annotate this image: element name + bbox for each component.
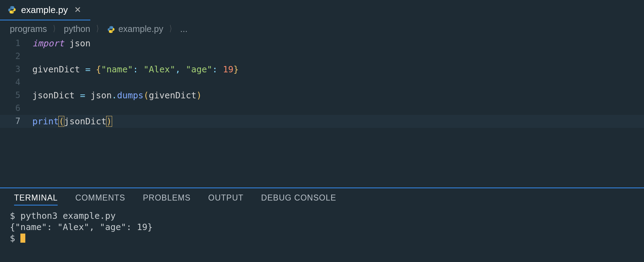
chevron-right-icon: 〉: [94, 24, 104, 34]
breadcrumb-file[interactable]: example.py: [118, 24, 163, 34]
code-content[interactable]: import json: [32, 37, 91, 50]
panel-tab-output[interactable]: OUTPUT: [208, 193, 244, 205]
line-number: 5: [0, 89, 32, 102]
panel-tab-problems[interactable]: PROBLEMS: [143, 193, 191, 205]
code-line[interactable]: 2: [0, 50, 644, 63]
breadcrumb-item[interactable]: python: [64, 24, 90, 34]
breadcrumb: programs〉python〉example.py〉...: [0, 20, 644, 37]
panel-tab-debug-console[interactable]: DEBUG CONSOLE: [261, 193, 336, 205]
line-number: 1: [0, 37, 32, 50]
terminal-output[interactable]: $ python3 example.py{"name": "Alex", "ag…: [0, 209, 644, 245]
code-content[interactable]: givenDict = {"name": "Alex", "age": 19}: [32, 63, 239, 76]
line-number: 3: [0, 63, 32, 76]
tab-label: example.py: [21, 5, 68, 15]
panel-tabs: TERMINALCOMMENTSPROBLEMSOUTPUTDEBUG CONS…: [0, 192, 644, 209]
terminal-cursor: [20, 234, 25, 243]
breadcrumb-item[interactable]: programs: [10, 24, 47, 34]
bottom-panel: TERMINALCOMMENTSPROBLEMSOUTPUTDEBUG CONS…: [0, 188, 644, 262]
code-line[interactable]: 7print(jsonDict): [0, 115, 644, 128]
code-line[interactable]: 1import json: [0, 37, 644, 50]
code-line[interactable]: 3givenDict = {"name": "Alex", "age": 19}: [0, 63, 644, 76]
panel-tab-comments[interactable]: COMMENTS: [75, 193, 125, 205]
python-icon: [8, 6, 16, 14]
line-number: 6: [0, 102, 32, 115]
python-icon: [107, 25, 115, 33]
code-content[interactable]: jsonDict = json.dumps(givenDict): [32, 89, 202, 102]
chevron-right-icon: 〉: [167, 24, 177, 34]
tab-bar: example.py ✕: [0, 0, 644, 20]
code-editor[interactable]: 1import json23givenDict = {"name": "Alex…: [0, 37, 644, 188]
code-content[interactable]: print(jsonDict): [32, 115, 112, 128]
chevron-right-icon: 〉: [51, 24, 60, 34]
line-number: 4: [0, 76, 32, 89]
close-icon[interactable]: ✕: [73, 5, 83, 15]
code-line[interactable]: 5jsonDict = json.dumps(givenDict): [0, 89, 644, 102]
breadcrumb-more[interactable]: ...: [180, 24, 188, 34]
code-line[interactable]: 6: [0, 102, 644, 115]
panel-tab-terminal[interactable]: TERMINAL: [14, 193, 58, 205]
terminal-line: {"name": "Alex", "age": 19}: [10, 222, 634, 233]
terminal-line: $: [10, 233, 634, 244]
line-number: 7: [0, 115, 32, 128]
line-number: 2: [0, 50, 32, 63]
terminal-line: $ python3 example.py: [10, 210, 634, 222]
tab-example-py[interactable]: example.py ✕: [0, 0, 90, 20]
code-line[interactable]: 4: [0, 76, 644, 89]
